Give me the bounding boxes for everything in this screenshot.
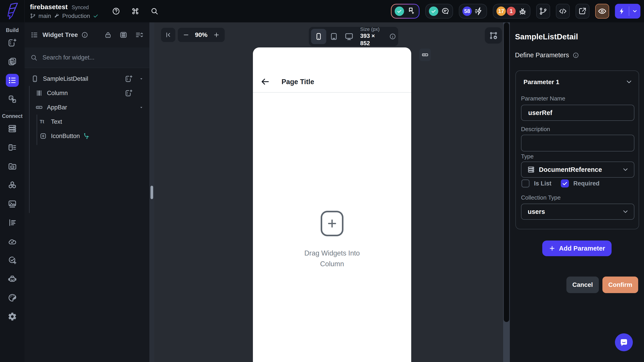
parameter-name-input[interactable]: [522, 109, 634, 117]
collapse-left-icon: [164, 31, 172, 39]
widget-tree-list: SampleListDetail Column AppBar: [24, 72, 149, 143]
required-checkbox[interactable]: [561, 179, 569, 187]
right-panel-scrollbar[interactable]: [503, 22, 510, 362]
rail-item-settings[interactable]: [0, 307, 24, 326]
zoom-in-icon[interactable]: [213, 32, 220, 38]
phone-device-icon: [314, 32, 323, 41]
rail-item-storage[interactable]: [0, 157, 24, 176]
back-arrow-icon[interactable]: [260, 77, 270, 86]
parameter-collapse-button[interactable]: [625, 78, 633, 86]
test-check-plus-icon: [8, 255, 17, 265]
tree-node-label: Column: [47, 90, 68, 97]
add-widget-icon[interactable]: [125, 89, 133, 97]
widget-search-input[interactable]: [42, 54, 128, 61]
project-name[interactable]: firebasetest: [30, 3, 68, 11]
preview-button[interactable]: [595, 4, 609, 19]
add-widget-dropzone-icon[interactable]: [321, 211, 344, 236]
readiness-check-icon: [395, 7, 404, 16]
rail-item-database[interactable]: [0, 119, 24, 138]
project-issues-button[interactable]: 17 1: [493, 4, 530, 19]
panel-resize-handle[interactable]: [150, 186, 153, 199]
expand-collapse-all-icon[interactable]: [135, 31, 144, 39]
type-dropdown[interactable]: DocumentReference: [521, 162, 634, 178]
is-list-label: Is List: [534, 180, 552, 187]
theme-palette-icon: [8, 293, 17, 302]
actions-count-badge: 58: [462, 7, 472, 16]
actions-status-button[interactable]: 58: [459, 4, 487, 19]
rail-item-components[interactable]: [0, 90, 24, 109]
custom-code-icon: [8, 218, 17, 227]
widget-tree-header: Widget Tree: [24, 22, 149, 48]
node-menu-caret-icon[interactable]: [139, 76, 144, 82]
cancel-button[interactable]: Cancel: [566, 276, 599, 293]
search-icon[interactable]: [150, 7, 158, 15]
command-icon[interactable]: [131, 7, 139, 15]
appbar-quick-button[interactable]: [419, 49, 431, 61]
design-canvas[interactable]: 90% Size (px) 393 × 852: [154, 22, 503, 362]
collection-type-label: Collection Type: [521, 194, 560, 201]
media-assets-icon: [8, 199, 17, 209]
phone-appbar[interactable]: Page Title: [253, 48, 411, 93]
tree-row-text[interactable]: Tt Text: [24, 115, 149, 129]
help-icon[interactable]: [112, 7, 120, 15]
node-menu-caret-icon[interactable]: [139, 105, 144, 110]
is-list-checkbox[interactable]: [522, 179, 530, 187]
add-parameter-button[interactable]: Add Parameter: [542, 240, 612, 256]
add-widget-icon[interactable]: [125, 75, 133, 83]
view-code-button[interactable]: [556, 4, 570, 19]
share-export-button[interactable]: [576, 4, 590, 19]
support-chat-button[interactable]: [615, 333, 633, 351]
rail-item-integrations[interactable]: [0, 176, 24, 194]
description-input[interactable]: [522, 139, 634, 147]
tree-node-label: IconButton: [51, 133, 80, 140]
info-icon[interactable]: [573, 52, 579, 58]
tree-row-column[interactable]: Column: [24, 86, 149, 100]
column-empty-state[interactable]: Drag Widgets Into Column: [253, 211, 411, 269]
tree-node-label: AppBar: [47, 104, 67, 111]
tree-row-samplelistdetail[interactable]: SampleListDetail: [24, 72, 149, 86]
add-parameter-label: Add Parameter: [559, 245, 605, 252]
rail-item-ai-agents[interactable]: [0, 270, 24, 288]
rail-item-widget-tree[interactable]: [0, 71, 24, 90]
device-desktop-button[interactable]: [342, 29, 357, 44]
collection-type-dropdown[interactable]: users: [521, 204, 634, 220]
collapse-panel-button[interactable]: [161, 28, 175, 42]
zoom-out-icon[interactable]: [183, 32, 190, 38]
flutterflow-logo[interactable]: [0, 0, 24, 22]
rail-item-theme[interactable]: [0, 288, 24, 307]
phone-mockup[interactable]: Page Title Drag Widgets Into Column: [253, 48, 411, 362]
database-icon: [8, 124, 17, 133]
panel-resize-strip[interactable]: [149, 22, 154, 362]
device-phone-button[interactable]: [311, 29, 326, 44]
info-icon[interactable]: [82, 32, 88, 38]
comments-status-button[interactable]: [425, 4, 453, 19]
panels-layout-icon[interactable]: [120, 31, 128, 39]
run-app-button: [615, 4, 640, 19]
device-tablet-button[interactable]: [326, 29, 342, 44]
run-options-button[interactable]: [629, 8, 640, 14]
rail-item-pages[interactable]: [0, 52, 24, 71]
scrollbar-thumb[interactable]: [504, 22, 510, 322]
errors-count-badge: 1: [507, 7, 516, 16]
page-title-text[interactable]: Page Title: [282, 78, 314, 86]
flutterflow-app: firebasetest Synced main Production: [0, 0, 644, 362]
tree-row-iconbutton[interactable]: IconButton: [24, 129, 149, 143]
canvas-settings-button[interactable]: [485, 27, 502, 44]
size-info-icon[interactable]: [389, 33, 396, 40]
comments-check-icon: [429, 7, 438, 16]
rail-item-tests[interactable]: [0, 251, 24, 270]
tree-row-appbar[interactable]: AppBar: [24, 100, 149, 115]
confirm-button[interactable]: Confirm: [602, 276, 638, 293]
rail-item-cloud-functions[interactable]: [0, 232, 24, 251]
rail-item-media-assets[interactable]: [0, 194, 24, 213]
rail-item-custom-code[interactable]: [0, 213, 24, 232]
app-readiness-button[interactable]: [391, 4, 420, 19]
rail-item-widget-palette[interactable]: [0, 33, 24, 52]
lock-icon[interactable]: [104, 31, 112, 39]
environment-name[interactable]: Production: [62, 13, 90, 20]
branch-name[interactable]: main: [38, 13, 51, 20]
rail-item-data-types[interactable]: [0, 138, 24, 157]
branching-button[interactable]: [536, 4, 550, 19]
widget-palette-icon: [8, 38, 17, 48]
run-button[interactable]: [615, 8, 629, 15]
